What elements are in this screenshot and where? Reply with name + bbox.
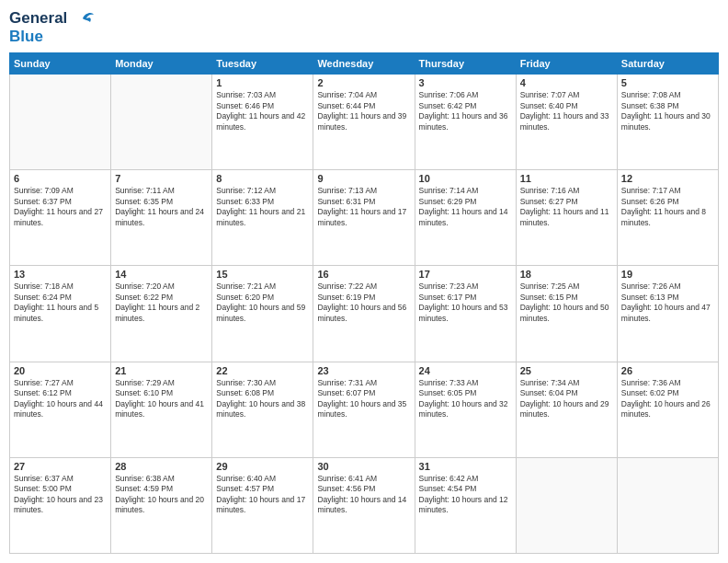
calendar-cell: 8Sunrise: 7:12 AM Sunset: 6:33 PM Daylig… [212, 170, 313, 266]
calendar-cell: 17Sunrise: 7:23 AM Sunset: 6:17 PM Dayli… [415, 266, 516, 362]
day-number: 18 [520, 269, 613, 280]
day-number: 1 [216, 77, 309, 88]
day-of-week-header: Monday [111, 53, 212, 75]
day-number: 27 [14, 461, 107, 472]
cell-text: Sunrise: 6:40 AM Sunset: 4:57 PM Dayligh… [216, 474, 309, 516]
cell-text: Sunrise: 7:18 AM Sunset: 6:24 PM Dayligh… [14, 282, 107, 324]
cell-text: Sunrise: 7:14 AM Sunset: 6:29 PM Dayligh… [419, 186, 512, 228]
calendar-cell [111, 75, 212, 170]
day-of-week-header: Tuesday [212, 53, 313, 75]
cell-text: Sunrise: 7:21 AM Sunset: 6:20 PM Dayligh… [216, 282, 309, 324]
cell-text: Sunrise: 7:26 AM Sunset: 6:13 PM Dayligh… [621, 282, 714, 324]
day-of-week-header: Wednesday [313, 53, 415, 75]
calendar-cell: 11Sunrise: 7:16 AM Sunset: 6:27 PM Dayli… [516, 170, 617, 266]
day-number: 25 [520, 365, 613, 376]
cell-text: Sunrise: 7:16 AM Sunset: 6:27 PM Dayligh… [520, 186, 613, 228]
day-number: 16 [317, 269, 410, 280]
day-number: 2 [317, 77, 410, 88]
page: General Blue SundayMondayTuesdayWednesda… [0, 0, 728, 563]
day-number: 24 [419, 365, 512, 376]
calendar-cell: 30Sunrise: 6:41 AM Sunset: 4:56 PM Dayli… [313, 457, 415, 553]
calendar-cell: 4Sunrise: 7:07 AM Sunset: 6:40 PM Daylig… [516, 75, 617, 170]
cell-text: Sunrise: 6:41 AM Sunset: 4:56 PM Dayligh… [317, 474, 410, 516]
calendar-cell: 7Sunrise: 7:11 AM Sunset: 6:35 PM Daylig… [111, 170, 212, 266]
calendar-cell: 18Sunrise: 7:25 AM Sunset: 6:15 PM Dayli… [516, 266, 617, 362]
calendar-cell: 25Sunrise: 7:34 AM Sunset: 6:04 PM Dayli… [516, 362, 617, 457]
day-of-week-header: Thursday [415, 53, 516, 75]
calendar-week-row: 13Sunrise: 7:18 AM Sunset: 6:24 PM Dayli… [10, 266, 719, 362]
calendar-cell: 23Sunrise: 7:31 AM Sunset: 6:07 PM Dayli… [313, 362, 415, 457]
cell-text: Sunrise: 7:12 AM Sunset: 6:33 PM Dayligh… [216, 186, 309, 228]
day-number: 26 [621, 365, 714, 376]
cell-text: Sunrise: 7:13 AM Sunset: 6:31 PM Dayligh… [317, 186, 410, 228]
calendar-cell: 31Sunrise: 6:42 AM Sunset: 4:54 PM Dayli… [415, 457, 516, 553]
calendar-week-row: 27Sunrise: 6:37 AM Sunset: 5:00 PM Dayli… [10, 457, 719, 553]
calendar-cell: 13Sunrise: 7:18 AM Sunset: 6:24 PM Dayli… [10, 266, 111, 362]
cell-text: Sunrise: 7:04 AM Sunset: 6:44 PM Dayligh… [317, 90, 410, 132]
cell-text: Sunrise: 7:25 AM Sunset: 6:15 PM Dayligh… [520, 282, 613, 324]
calendar-cell: 16Sunrise: 7:22 AM Sunset: 6:19 PM Dayli… [313, 266, 415, 362]
cell-text: Sunrise: 7:07 AM Sunset: 6:40 PM Dayligh… [520, 90, 613, 132]
calendar-cell [516, 457, 617, 553]
day-number: 7 [115, 173, 208, 184]
day-number: 31 [419, 461, 512, 472]
cell-text: Sunrise: 7:23 AM Sunset: 6:17 PM Dayligh… [419, 282, 512, 324]
calendar-week-row: 20Sunrise: 7:27 AM Sunset: 6:12 PM Dayli… [10, 362, 719, 457]
day-of-week-header: Sunday [10, 53, 111, 75]
calendar-cell: 27Sunrise: 6:37 AM Sunset: 5:00 PM Dayli… [10, 457, 111, 553]
day-number: 9 [317, 173, 410, 184]
logo-blue: Blue [9, 28, 94, 46]
calendar-cell: 24Sunrise: 7:33 AM Sunset: 6:05 PM Dayli… [415, 362, 516, 457]
logo-bird-icon [74, 11, 94, 28]
cell-text: Sunrise: 7:27 AM Sunset: 6:12 PM Dayligh… [14, 378, 107, 420]
day-number: 13 [14, 269, 107, 280]
day-of-week-header: Saturday [617, 53, 718, 75]
day-number: 30 [317, 461, 410, 472]
header: General Blue [9, 9, 719, 45]
logo-general: General [9, 9, 94, 28]
calendar-cell: 14Sunrise: 7:20 AM Sunset: 6:22 PM Dayli… [111, 266, 212, 362]
calendar-cell [10, 75, 111, 170]
calendar-cell: 2Sunrise: 7:04 AM Sunset: 6:44 PM Daylig… [313, 75, 415, 170]
calendar-cell: 6Sunrise: 7:09 AM Sunset: 6:37 PM Daylig… [10, 170, 111, 266]
day-number: 4 [520, 77, 613, 88]
cell-text: Sunrise: 7:17 AM Sunset: 6:26 PM Dayligh… [621, 186, 714, 228]
calendar-cell: 10Sunrise: 7:14 AM Sunset: 6:29 PM Dayli… [415, 170, 516, 266]
day-number: 6 [14, 173, 107, 184]
calendar-table: SundayMondayTuesdayWednesdayThursdayFrid… [9, 52, 719, 554]
calendar-cell: 3Sunrise: 7:06 AM Sunset: 6:42 PM Daylig… [415, 75, 516, 170]
logo: General Blue [9, 9, 94, 45]
day-number: 19 [621, 269, 714, 280]
calendar-cell: 21Sunrise: 7:29 AM Sunset: 6:10 PM Dayli… [111, 362, 212, 457]
cell-text: Sunrise: 6:42 AM Sunset: 4:54 PM Dayligh… [419, 474, 512, 516]
calendar-cell: 15Sunrise: 7:21 AM Sunset: 6:20 PM Dayli… [212, 266, 313, 362]
cell-text: Sunrise: 6:37 AM Sunset: 5:00 PM Dayligh… [14, 474, 107, 516]
cell-text: Sunrise: 7:06 AM Sunset: 6:42 PM Dayligh… [419, 90, 512, 132]
calendar-cell: 19Sunrise: 7:26 AM Sunset: 6:13 PM Dayli… [617, 266, 718, 362]
calendar-cell: 12Sunrise: 7:17 AM Sunset: 6:26 PM Dayli… [617, 170, 718, 266]
day-number: 17 [419, 269, 512, 280]
day-number: 11 [520, 173, 613, 184]
day-number: 12 [621, 173, 714, 184]
cell-text: Sunrise: 7:11 AM Sunset: 6:35 PM Dayligh… [115, 186, 208, 228]
day-number: 20 [14, 365, 107, 376]
calendar-cell [617, 457, 718, 553]
day-number: 22 [216, 365, 309, 376]
calendar-cell: 1Sunrise: 7:03 AM Sunset: 6:46 PM Daylig… [212, 75, 313, 170]
calendar-cell: 22Sunrise: 7:30 AM Sunset: 6:08 PM Dayli… [212, 362, 313, 457]
cell-text: Sunrise: 7:34 AM Sunset: 6:04 PM Dayligh… [520, 378, 613, 420]
day-number: 8 [216, 173, 309, 184]
day-number: 3 [419, 77, 512, 88]
day-of-week-header: Friday [516, 53, 617, 75]
day-number: 15 [216, 269, 309, 280]
cell-text: Sunrise: 7:22 AM Sunset: 6:19 PM Dayligh… [317, 282, 410, 324]
day-number: 10 [419, 173, 512, 184]
day-number: 21 [115, 365, 208, 376]
cell-text: Sunrise: 7:36 AM Sunset: 6:02 PM Dayligh… [621, 378, 714, 420]
day-number: 14 [115, 269, 208, 280]
calendar-cell: 26Sunrise: 7:36 AM Sunset: 6:02 PM Dayli… [617, 362, 718, 457]
cell-text: Sunrise: 7:31 AM Sunset: 6:07 PM Dayligh… [317, 378, 410, 420]
calendar-header-row: SundayMondayTuesdayWednesdayThursdayFrid… [10, 53, 719, 75]
cell-text: Sunrise: 7:30 AM Sunset: 6:08 PM Dayligh… [216, 378, 309, 420]
cell-text: Sunrise: 7:33 AM Sunset: 6:05 PM Dayligh… [419, 378, 512, 420]
